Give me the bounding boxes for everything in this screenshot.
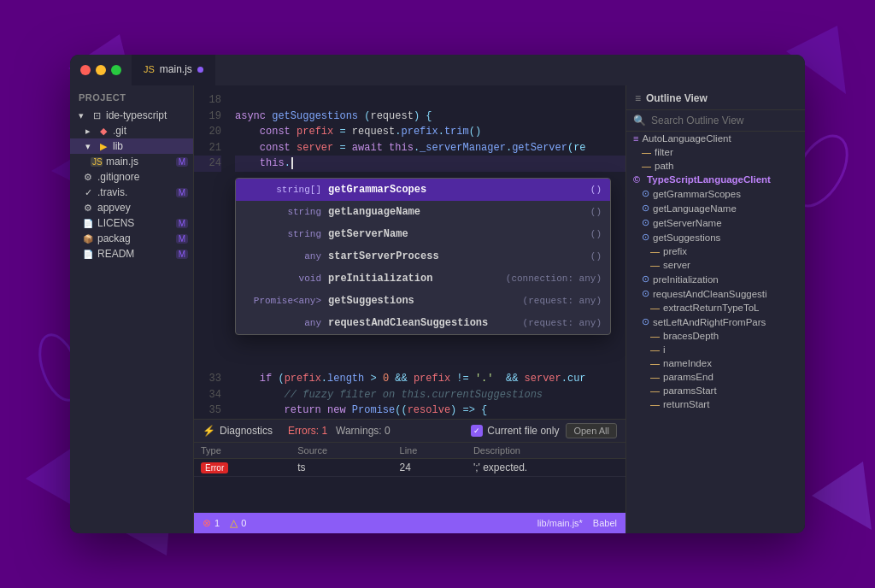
col-source: Source [291,443,392,459]
outline-label-18: paramsStart [663,385,717,396]
sidebar: Project ▾ ⊡ ide-typescript ▸ ◆ .git ▾ ▶ … [70,85,194,533]
minimize-button[interactable] [96,65,106,75]
fn-icon-racs: ⊙ [642,288,649,299]
code-view[interactable]: 18 19 20 21 24 async getSuggestions (req… [194,85,625,419]
ac-name-4: preInitialization [328,271,499,286]
prop-icon-filter: — [642,147,651,157]
ac-name-3: startServerProcess [328,249,584,264]
check-icon: ✓ [82,187,94,198]
outline-item-getlanguagename[interactable]: ⊙ getLanguageName [626,201,805,215]
fn-icon-ggs: ⊙ [642,188,649,199]
fn-icon-gln: ⊙ [642,203,649,214]
tree-license-label: LICENS [97,217,134,229]
outline-label-8: prefix [663,246,687,256]
diagnostics-stats: Errors: 1 Warnings: 0 [288,425,391,437]
outline-item-preinitialization[interactable]: ⊙ preInitialization [626,272,805,286]
outline-item-requestandclean[interactable]: ⊙ requestAndCleanSuggesti [626,286,805,301]
outline-item-getservername[interactable]: ⊙ getServerName [626,215,805,230]
tree-item-travis[interactable]: ✓ .travis. M [70,185,193,200]
prop-icon-server: — [650,260,660,270]
autocomplete-item-1[interactable]: string getLanguageName () [236,201,610,223]
outline-item-setleftandright[interactable]: ⊙ setLeftAndRightFromPars [626,315,805,329]
tree-item-license[interactable]: 📄 LICENS M [70,215,193,231]
prop-icon-bd: — [650,331,660,341]
diag-source-0: ts [291,459,392,477]
prop-icon-prefix: — [650,246,660,256]
diag-type-0: Error [194,459,291,477]
tree-item-git[interactable]: ▸ ◆ .git [70,123,193,138]
outline-item-path[interactable]: — path [626,159,805,173]
tree-gitignore-label: .gitignore [97,171,139,183]
svg-marker-2 [812,462,872,530]
open-all-button[interactable]: Open All [566,423,617,438]
code-line-20: const prefix = request.prefix.trim() [235,124,625,140]
ac-type-4: void [244,272,321,286]
tree-mainjs-label: main.js [106,156,138,168]
outline-item-prefix[interactable]: — prefix [626,244,805,258]
ac-type-0: string[] [244,183,321,197]
outline-item-server[interactable]: — server [626,258,805,272]
outline-label-12: extractReturnTypeToL [663,303,760,313]
prop-icon-path: — [642,161,651,171]
prop-icon-rs: — [650,399,660,409]
ac-type-2: string [244,227,321,242]
outline-item-returnstart[interactable]: — returnStart [626,397,805,411]
diagnostics-header: ⚡ Diagnostics Errors: 1 Warnings: 0 ✓ Cu… [194,420,625,443]
tree-item-gitignore[interactable]: ⚙ .gitignore [70,169,193,185]
autocomplete-item-6[interactable]: any requestAndCleanSuggestions (request:… [236,312,610,334]
tree-item-mainjs[interactable]: JS main.js M [70,154,193,169]
autocomplete-item-3[interactable]: any startServerProcess () [236,245,610,268]
outline-item-filter[interactable]: — filter [626,145,805,159]
prop-icon-ert: — [650,303,660,313]
class-icon: ≡ [633,133,638,144]
prop-icon-ps: — [650,385,660,396]
autocomplete-item-4[interactable]: void preInitialization (connection: any) [236,268,610,290]
tree-item-package[interactable]: 📦 packag M [70,231,193,246]
outline-item-autolanguageclient[interactable]: ≡ AutoLanguageClient [626,132,805,145]
diagnostics-title: ⚡ Diagnostics [203,425,273,437]
diag-row-0[interactable]: Error ts 24 ';' expected. [194,459,625,477]
tree-item-readme[interactable]: 📄 READM M [70,246,193,262]
close-button[interactable] [80,65,91,75]
outline-item-i[interactable]: — i [626,343,805,356]
col-line: Line [393,443,467,459]
status-bar: ⊗ 1 △ 0 lib/main.js* Babel [194,513,625,533]
ac-sig-0: () [590,183,602,197]
outline-item-getgrammarscopes[interactable]: ⊙ getGrammarScopes [626,186,805,201]
tree-package-badge: M [176,234,188,244]
outline-item-bracesdepth[interactable]: — bracesDepth [626,329,805,343]
outline-item-extractreturn[interactable]: — extractReturnTypeToL [626,301,805,315]
autocomplete-item-selected[interactable]: string[] getGrammarScopes () [236,179,610,201]
status-errors: ⊗ 1 [203,517,220,529]
ac-name-6: requestAndCleanSuggestions [328,315,516,331]
outline-item-paramsend[interactable]: — paramsEnd [626,370,805,384]
outline-item-nameindex[interactable]: — nameIndex [626,356,805,370]
main-area: Project ▾ ⊡ ide-typescript ▸ ◆ .git ▾ ▶ … [70,85,805,533]
tab-bar: JS main.js [132,55,805,85]
outline-item-typescriptlanguageclient[interactable]: © TypeScriptLanguageClient [626,173,805,186]
code-line-21: const server = await this._serverManager… [235,140,625,156]
current-file-checkbox[interactable]: ✓ Current file only [471,425,559,437]
checkbox-checked-icon: ✓ [471,425,483,437]
autocomplete-item-2[interactable]: string getServerName () [236,223,610,245]
tree-item-lib[interactable]: ▾ ▶ lib [70,138,193,154]
outline-label-11: requestAndCleanSuggesti [653,289,767,299]
ac-type-3: any [244,250,321,264]
outline-label-6: getServerName [653,218,722,228]
tree-root[interactable]: ▾ ⊡ ide-typescript [70,108,193,123]
prop-icon-i: — [650,344,660,355]
current-file-label: Current file only [487,425,559,437]
autocomplete-item-5[interactable]: Promise<any> getSuggestions (request: an… [236,290,610,312]
git-icon: ◆ [97,126,109,137]
maximize-button[interactable] [111,65,121,75]
outline-search-input[interactable] [651,115,798,126]
outline-label-15: i [663,344,666,355]
tree-readme-badge: M [176,250,188,259]
outline-item-getsuggestions[interactable]: ⊙ getSuggestions [626,230,805,244]
diagnostics-errors: Errors: 1 [288,425,327,437]
tree-item-appvey[interactable]: ⚙ appvey [70,200,193,215]
tab-main-js[interactable]: JS main.js [132,55,215,85]
tree-package-label: packag [97,232,131,244]
copyright-icon: © [633,174,640,185]
outline-item-paramsstart[interactable]: — paramsStart [626,384,805,397]
